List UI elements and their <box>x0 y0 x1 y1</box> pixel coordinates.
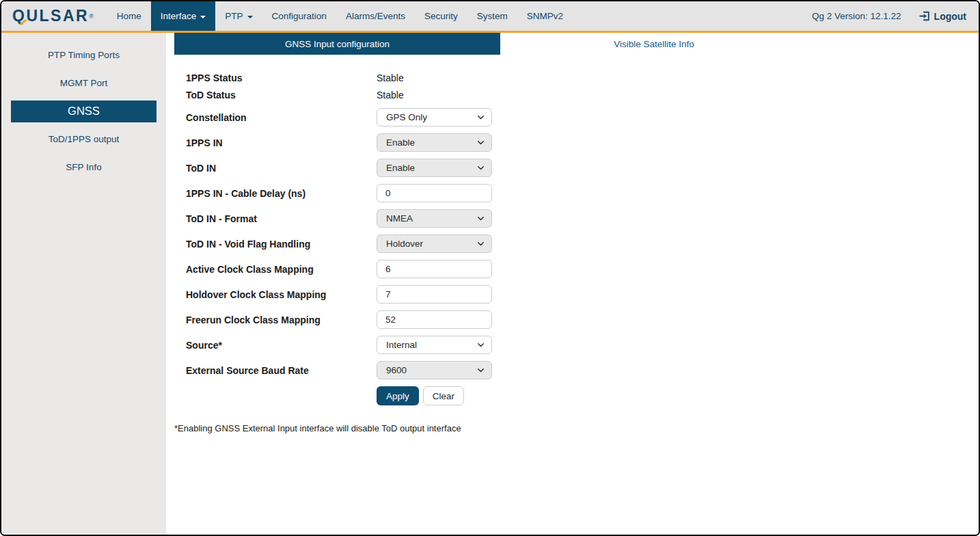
form-row-tod-in: ToD IN Enable <box>186 159 979 177</box>
clear-button[interactable]: Clear <box>423 386 464 405</box>
tod-status-value: Stable <box>377 90 404 100</box>
field-label: 1PPS Status <box>186 72 377 83</box>
select-value: NMEA <box>386 213 477 224</box>
nav-item-snmpv2[interactable]: SNMPv2 <box>517 1 573 31</box>
nav-item-home[interactable]: Home <box>107 1 151 31</box>
tab-gnss-input-configuration[interactable]: GNSS Input configuration <box>174 33 500 55</box>
select-value: Internal <box>386 340 477 350</box>
field-label: Holdover Clock Class Mapping <box>186 289 377 300</box>
nav-menu: Home Interface PTP Configuration Alarms/… <box>107 1 573 31</box>
nav-item-interface[interactable]: Interface <box>151 1 216 31</box>
field-label: ToD Status <box>186 90 377 100</box>
1pps-status-value: Stable <box>377 72 404 83</box>
nav-item-label: Interface <box>161 11 197 21</box>
tod-in-format-select: NMEA <box>377 209 492 228</box>
form-row-1pps-in: 1PPS IN Enable <box>186 133 979 152</box>
nav-item-security[interactable]: Security <box>415 1 467 31</box>
nav-item-configuration[interactable]: Configuration <box>262 1 336 31</box>
tod-in-select: Enable <box>377 159 492 177</box>
sidebar-item-sfp-info[interactable]: SFP Info <box>66 162 101 172</box>
form-row-constellation: Constellation GPS Only <box>186 108 979 126</box>
gnss-input-form: 1PPS Status Stable ToD Status Stable Con… <box>186 55 979 405</box>
1pps-in-select: Enable <box>377 133 492 152</box>
field-label: External Source Baud Rate <box>186 365 377 376</box>
select-value: 9600 <box>386 365 477 375</box>
cable-delay-input[interactable] <box>377 184 492 202</box>
logout-button[interactable]: Logout <box>919 10 966 22</box>
field-label: ToD IN <box>186 163 377 174</box>
field-label: Active Clock Class Mapping <box>186 264 377 275</box>
form-row-tod-in-format: ToD IN - Format NMEA <box>186 209 979 228</box>
field-label: 1PPS IN - Cable Delay (ns) <box>186 188 377 199</box>
app-window: QULSAR® Home Interface PTP Configuration… <box>0 0 980 536</box>
form-row-cable-delay: 1PPS IN - Cable Delay (ns) <box>186 184 979 202</box>
nav-item-label: System <box>477 11 508 21</box>
form-row-source: Source* Internal <box>186 336 979 354</box>
form-row-holdover-clock-class: Holdover Clock Class Mapping <box>186 285 979 304</box>
apply-button[interactable]: Apply <box>377 386 419 405</box>
tab-visible-satellite-info[interactable]: Visible Satellite Info <box>500 33 808 55</box>
qulsar-logo: QULSAR® <box>1 1 100 31</box>
nav-item-alarms-events[interactable]: Alarms/Events <box>336 1 415 31</box>
top-navbar: QULSAR® Home Interface PTP Configuration… <box>1 1 979 33</box>
field-label: Freerun Clock Class Mapping <box>186 314 377 325</box>
caret-down-icon <box>247 16 253 18</box>
select-value: Enable <box>386 137 477 148</box>
form-row-void-flag-handling: ToD IN - Void Flag Handling Holdover <box>186 234 979 253</box>
registered-mark: ® <box>89 10 94 23</box>
field-label: Constellation <box>186 112 377 123</box>
sidebar-item-gnss[interactable]: GNSS <box>11 100 156 122</box>
sidebar-item-ptp-timing-ports[interactable]: PTP Timing Ports <box>48 50 120 60</box>
sidebar-item-tod-1pps-output[interactable]: ToD/1PPS output <box>49 134 120 144</box>
navbar-right: Qg 2 Version: 12.1.22 Logout <box>812 1 979 31</box>
select-value: GPS Only <box>386 112 477 122</box>
nav-item-label: SNMPv2 <box>527 11 563 21</box>
constellation-select[interactable]: GPS Only <box>377 108 492 126</box>
sidebar-item-mgmt-port[interactable]: MGMT Port <box>60 78 108 88</box>
nav-item-system[interactable]: System <box>467 1 517 31</box>
form-row-active-clock-class: Active Clock Class Mapping <box>186 260 979 278</box>
nav-item-label: Security <box>424 11 458 21</box>
chevron-down-icon <box>477 341 485 349</box>
form-row-tod-status: ToD Status Stable <box>186 86 979 103</box>
field-label: ToD IN - Format <box>186 213 377 224</box>
nav-item-label: PTP <box>225 11 243 21</box>
chevron-down-icon <box>477 240 485 247</box>
chevron-down-icon <box>477 215 485 222</box>
form-row-freerun-clock-class: Freerun Clock Class Mapping <box>186 310 979 329</box>
form-row-external-baud-rate: External Source Baud Rate 9600 <box>186 361 979 379</box>
version-text: Qg 2 Version: 12.1.22 <box>812 11 901 21</box>
active-clock-class-input[interactable] <box>377 260 492 278</box>
form-row-1pps-status: 1PPS Status Stable <box>186 69 979 86</box>
chevron-down-icon <box>477 113 485 121</box>
logout-icon <box>919 10 931 22</box>
nav-item-label: Home <box>117 11 141 21</box>
void-flag-handling-select: Holdover <box>377 234 492 253</box>
external-baud-rate-select: 9600 <box>377 361 492 379</box>
holdover-clock-class-input[interactable] <box>377 285 492 304</box>
form-actions: Apply Clear <box>377 386 979 405</box>
source-select[interactable]: Internal <box>377 336 492 354</box>
nav-item-label: Alarms/Events <box>346 11 405 21</box>
logout-label: Logout <box>934 11 966 22</box>
tab-bar: GNSS Input configuration Visible Satelli… <box>166 33 979 55</box>
select-value: Enable <box>386 163 477 173</box>
chevron-down-icon <box>477 164 485 172</box>
nav-item-label: Configuration <box>272 11 327 21</box>
main-content: GNSS Input configuration Visible Satelli… <box>166 33 979 535</box>
nav-item-ptp[interactable]: PTP <box>215 1 262 31</box>
chevron-down-icon <box>477 139 485 146</box>
field-label: ToD IN - Void Flag Handling <box>186 239 377 250</box>
field-label: Source* <box>186 340 377 351</box>
field-label: 1PPS IN <box>186 137 377 148</box>
freerun-clock-class-input[interactable] <box>377 310 492 329</box>
caret-down-icon <box>200 16 206 18</box>
select-value: Holdover <box>386 239 477 249</box>
chevron-down-icon <box>477 366 485 374</box>
sidebar: PTP Timing Ports MGMT Port GNSS ToD/1PPS… <box>1 33 166 535</box>
footnote-text: *Enabling GNSS External Input interface … <box>174 423 979 433</box>
